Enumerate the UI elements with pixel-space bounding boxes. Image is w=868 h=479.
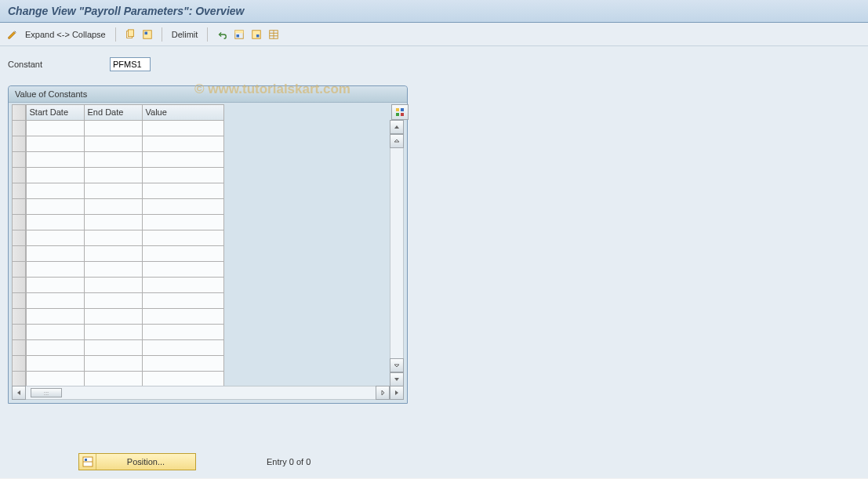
row-selector[interactable] [12, 183, 26, 199]
row-selector[interactable] [12, 324, 26, 340]
cell-end[interactable] [84, 355, 143, 372]
row-selector[interactable] [12, 120, 26, 136]
cell-start[interactable] [26, 261, 85, 278]
cell-start[interactable] [26, 167, 85, 183]
cell-value[interactable] [142, 245, 224, 262]
table-row [12, 261, 388, 277]
cell-end[interactable] [84, 198, 143, 215]
row-selector[interactable] [12, 308, 26, 325]
cell-value[interactable] [142, 214, 224, 230]
cell-value[interactable] [142, 371, 224, 387]
cell-end[interactable] [84, 261, 143, 278]
copy-icon[interactable] [124, 28, 136, 41]
undo-icon[interactable] [216, 28, 228, 41]
select-block-icon[interactable] [233, 28, 245, 41]
cell-value[interactable] [142, 136, 224, 152]
cell-end[interactable] [84, 339, 143, 356]
cell-value[interactable] [142, 308, 224, 325]
table-settings-icon[interactable] [267, 28, 280, 41]
row-selector[interactable] [12, 292, 26, 309]
cell-end[interactable] [84, 324, 143, 340]
cell-value[interactable] [142, 355, 224, 372]
cell-start[interactable] [26, 151, 85, 168]
col-header-value[interactable]: Value [142, 104, 224, 121]
row-selector[interactable] [12, 230, 26, 246]
cell-start[interactable] [26, 230, 85, 246]
row-selector[interactable] [12, 339, 26, 356]
row-selector[interactable] [12, 277, 26, 293]
cell-value[interactable] [142, 324, 224, 340]
svg-rect-1 [128, 29, 133, 36]
deselect-all-icon[interactable] [250, 28, 263, 41]
cell-end[interactable] [84, 214, 143, 230]
toggle-display-change-icon[interactable] [6, 28, 19, 41]
cell-end[interactable] [84, 230, 143, 246]
row-selector[interactable] [12, 261, 26, 278]
cell-end[interactable] [84, 371, 143, 387]
row-selector[interactable] [12, 151, 26, 168]
data-table: Start Date End Date Value [12, 104, 404, 400]
cell-value[interactable] [142, 183, 224, 199]
position-button[interactable]: Position... [78, 453, 196, 470]
scroll-track[interactable] [390, 148, 404, 358]
select-all-icon[interactable] [141, 28, 154, 41]
scroll-down-step-icon[interactable] [390, 358, 404, 372]
table-row [12, 355, 388, 371]
cell-end[interactable] [84, 167, 143, 183]
delimit-button[interactable]: Delimit [170, 30, 200, 39]
cell-value[interactable] [142, 230, 224, 246]
cell-value[interactable] [142, 339, 224, 356]
scroll-up-icon[interactable] [390, 120, 404, 134]
cell-start[interactable] [26, 277, 85, 293]
row-selector[interactable] [12, 136, 26, 152]
cell-start[interactable] [26, 183, 85, 199]
horizontal-scrollbar[interactable]: ::: [12, 386, 404, 400]
cell-end[interactable] [84, 136, 143, 152]
scroll-left-icon[interactable] [12, 386, 26, 400]
col-header-end[interactable]: End Date [84, 104, 143, 121]
cell-start[interactable] [26, 292, 85, 309]
cell-end[interactable] [84, 183, 143, 199]
row-selector[interactable] [12, 214, 26, 230]
cell-start[interactable] [26, 339, 85, 356]
cell-start[interactable] [26, 198, 85, 215]
col-header-start[interactable]: Start Date [26, 104, 85, 121]
h-scroll-track[interactable]: ::: [26, 386, 376, 400]
cell-value[interactable] [142, 120, 224, 136]
expand-collapse-button[interactable]: Expand <-> Collapse [24, 30, 107, 39]
cell-value[interactable] [142, 151, 224, 168]
cell-value[interactable] [142, 198, 224, 215]
scroll-right-step-icon[interactable] [376, 386, 390, 400]
row-selector[interactable] [12, 198, 26, 215]
scroll-down-icon[interactable] [390, 372, 404, 386]
row-selector-header[interactable] [12, 104, 26, 121]
scroll-right-icon[interactable] [390, 386, 404, 400]
cell-value[interactable] [142, 292, 224, 309]
cell-start[interactable] [26, 355, 85, 372]
cell-end[interactable] [84, 308, 143, 325]
vertical-scrollbar[interactable] [390, 104, 404, 386]
scroll-up-step-icon[interactable] [390, 134, 404, 148]
cell-value[interactable] [142, 261, 224, 278]
cell-start[interactable] [26, 136, 85, 152]
h-scroll-thumb[interactable]: ::: [31, 388, 62, 397]
cell-start[interactable] [26, 245, 85, 262]
row-selector[interactable] [12, 167, 26, 183]
cell-value[interactable] [142, 277, 224, 293]
row-selector[interactable] [12, 371, 26, 387]
constant-input[interactable] [110, 57, 151, 71]
cell-start[interactable] [26, 214, 85, 230]
cell-end[interactable] [84, 120, 143, 136]
cell-start[interactable] [26, 308, 85, 325]
row-selector[interactable] [12, 355, 26, 372]
cell-end[interactable] [84, 277, 143, 293]
cell-end[interactable] [84, 292, 143, 309]
table-config-icon[interactable] [391, 104, 409, 120]
row-selector[interactable] [12, 245, 26, 262]
cell-start[interactable] [26, 120, 85, 136]
cell-end[interactable] [84, 245, 143, 262]
cell-start[interactable] [26, 324, 85, 340]
cell-start[interactable] [26, 371, 85, 387]
cell-value[interactable] [142, 167, 224, 183]
cell-end[interactable] [84, 151, 143, 168]
